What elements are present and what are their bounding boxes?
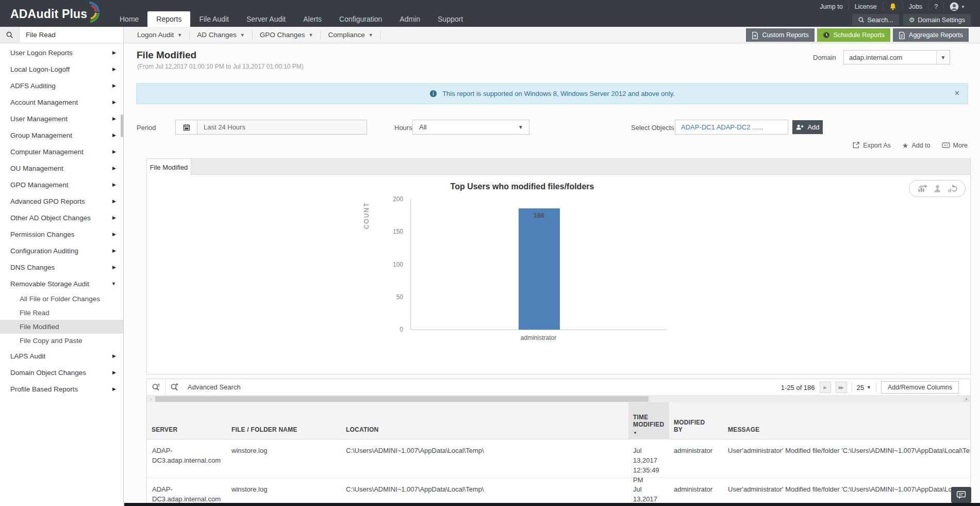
nav-item-home[interactable]: Home xyxy=(111,11,147,27)
export-as-button[interactable]: Export As xyxy=(852,141,891,149)
sidebar-item-all-file-or-folder-changes[interactable]: All File or Folder Changes xyxy=(0,292,123,306)
chart-type-add-icon[interactable] xyxy=(918,184,927,193)
nav-item-file-audit[interactable]: File Audit xyxy=(190,11,238,27)
page-size-select[interactable]: 25 ▼ xyxy=(857,384,871,391)
global-search-button[interactable]: Search... xyxy=(852,14,899,26)
column-header-modified-by[interactable]: MODIFIED BY xyxy=(669,402,723,439)
calendar-button[interactable] xyxy=(175,120,197,135)
sidebar-item-user-logon-reports[interactable]: User Logon Reports▶ xyxy=(0,44,123,61)
custom-reports-button[interactable]: Custom Reports xyxy=(746,28,814,42)
sidebar-item-file-copy-and-paste[interactable]: File Copy and Paste xyxy=(0,334,123,348)
menu-dropdown-compliance[interactable]: Compliance▼ xyxy=(321,30,380,40)
aggregate-reports-button[interactable]: Aggregate Reports xyxy=(893,28,969,42)
last-page-button[interactable]: ▶▶ xyxy=(836,382,847,393)
top-bar: ADAudit Plus HomeReportsFile AuditServer… xyxy=(0,0,980,27)
chevron-right-icon: ▶ xyxy=(112,370,116,375)
advanced-search-icon[interactable] xyxy=(165,383,184,391)
sidebar-item-laps-audit[interactable]: LAPS Audit▶ xyxy=(0,348,123,364)
scrollbar-thumb[interactable] xyxy=(155,396,649,402)
license-link[interactable]: License xyxy=(849,3,883,10)
nav-item-alerts[interactable]: Alerts xyxy=(294,11,330,27)
nav-item-admin[interactable]: Admin xyxy=(391,11,429,27)
sidebar-search-icon[interactable] xyxy=(0,27,20,43)
sidebar-item-computer-management[interactable]: Computer Management▶ xyxy=(0,143,123,160)
user-avatar-icon xyxy=(950,2,959,11)
column-header-file-folder-name[interactable]: FILE / FOLDER NAME xyxy=(227,402,341,439)
cell-file-folder-name: winstore.log xyxy=(227,478,341,495)
button-label: Schedule Reports xyxy=(834,31,885,39)
nav-item-configuration[interactable]: Configuration xyxy=(330,11,391,27)
chart-user-icon[interactable] xyxy=(933,184,942,193)
sidebar-search-input[interactable] xyxy=(20,27,123,43)
column-search-icon[interactable] xyxy=(147,383,165,391)
sidebar-item-dns-changes[interactable]: DNS Changes▶ xyxy=(0,259,123,275)
sidebar-item-permission-changes[interactable]: Permission Changes▶ xyxy=(0,226,123,242)
sidebar-item-profile-based-reports[interactable]: Profile Based Reports▶ xyxy=(0,381,123,397)
sort-desc-icon: ▼ xyxy=(633,431,669,435)
hours-select[interactable]: All ▼ xyxy=(412,120,529,135)
sidebar-item-group-management[interactable]: Group Management▶ xyxy=(0,127,123,143)
domain-select[interactable]: adap.internal.com ▼ xyxy=(843,50,950,64)
sidebar-item-local-logon-logoff[interactable]: Local Logon-Logoff▶ xyxy=(0,61,123,77)
sidebar-item-domain-object-changes[interactable]: Domain Object Changes▶ xyxy=(0,364,123,381)
sidebar-item-advanced-gpo-reports[interactable]: Advanced GPO Reports▶ xyxy=(0,193,123,209)
period-value[interactable]: Last 24 Hours xyxy=(197,120,367,135)
sidebar-item-configuration-auditing[interactable]: Configuration Auditing▶ xyxy=(0,242,123,259)
column-header-label: SERVER xyxy=(152,426,227,433)
chat-bubble-icon xyxy=(956,491,966,499)
chevron-right-icon: ▶ xyxy=(112,67,116,72)
sidebar-item-account-management[interactable]: Account Management▶ xyxy=(0,94,123,110)
scroll-left-arrow[interactable]: ‹ xyxy=(147,396,155,402)
sidebar-item-other-ad-object-changes[interactable]: Other AD Object Changes▶ xyxy=(0,209,123,226)
column-header-time-modified[interactable]: TIME MODIFIED▼ xyxy=(628,402,669,439)
sidebar-item-label: User Logon Reports xyxy=(10,49,73,57)
nav-item-reports[interactable]: Reports xyxy=(147,11,190,27)
sidebar-item-file-modified[interactable]: File Modified xyxy=(0,320,123,334)
scroll-right-arrow[interactable]: › xyxy=(962,396,970,402)
menu-dropdown-ad-changes[interactable]: AD Changes▼ xyxy=(190,30,252,40)
cell-modified-by: administrator xyxy=(669,439,723,456)
sidebar-item-adfs-auditing[interactable]: ADFS Auditing▶ xyxy=(0,77,123,94)
jump-to-link[interactable]: Jump to xyxy=(814,3,848,10)
chart-bar-administrator: 186 xyxy=(519,208,560,330)
banner-close-icon[interactable]: × xyxy=(955,89,959,98)
sidebar-item-user-management[interactable]: User Management▶ xyxy=(0,110,123,127)
column-header-location[interactable]: LOCATION xyxy=(341,402,628,439)
schedule-reports-button[interactable]: Schedule Reports xyxy=(817,28,890,42)
chart-refresh-icon[interactable] xyxy=(948,184,957,193)
column-header-label: MODIFIED BY xyxy=(674,419,707,433)
jobs-link[interactable]: Jobs xyxy=(903,3,928,10)
report-action-buttons: Custom ReportsSchedule ReportsAggregate … xyxy=(746,28,969,42)
app-logo: ADAudit Plus xyxy=(10,4,102,24)
column-header-label: FILE / FOLDER NAME xyxy=(231,426,341,433)
column-header-message[interactable]: MESSAGE xyxy=(723,402,971,439)
sidebar-item-removable-storage-audit[interactable]: Removable Storage Audit▼ xyxy=(0,275,123,292)
sidebar-item-file-read[interactable]: File Read xyxy=(0,306,123,320)
nav-item-support[interactable]: Support xyxy=(429,11,472,27)
sidebar-item-label: GPO Management xyxy=(10,181,69,189)
menu-dropdown-logon-audit[interactable]: Logon Audit▼ xyxy=(130,30,190,40)
menu-dropdown-gpo-changes[interactable]: GPO Changes▼ xyxy=(253,30,321,40)
add-objects-button[interactable]: Add xyxy=(792,120,823,134)
sidebar-item-ou-management[interactable]: OU Management▶ xyxy=(0,160,123,176)
sidebar-scrollbar-thumb[interactable] xyxy=(121,115,123,137)
add-remove-columns-button[interactable]: Add/Remove Columns xyxy=(881,381,959,394)
add-to-button[interactable]: ★Add to xyxy=(902,141,931,149)
feedback-button[interactable] xyxy=(951,487,971,503)
tab-file-modified[interactable]: File Modified xyxy=(147,159,191,175)
sidebar-item-gpo-management[interactable]: GPO Management▶ xyxy=(0,176,123,193)
more-icon xyxy=(942,142,950,149)
more-button[interactable]: More xyxy=(942,141,968,149)
next-page-button[interactable]: ▶ xyxy=(820,382,831,393)
chart-y-tick-label: 200 xyxy=(383,195,403,203)
help-link[interactable]: ? xyxy=(928,3,943,10)
column-header-label: TIME MODIFIED xyxy=(633,414,668,428)
column-header-server[interactable]: SERVER xyxy=(147,402,227,439)
notifications-bell[interactable] xyxy=(883,3,903,11)
select-objects-value[interactable]: ADAP-DC1 ADAP-DC2 ...... xyxy=(675,120,788,135)
nav-item-server-audit[interactable]: Server Audit xyxy=(238,11,294,27)
chart-tools-group xyxy=(909,180,966,197)
advanced-search-label[interactable]: Advanced Search xyxy=(188,383,241,391)
domain-settings-button[interactable]: ⚙ Domain Settings xyxy=(903,14,971,26)
user-menu[interactable]: ▼ xyxy=(943,2,971,11)
